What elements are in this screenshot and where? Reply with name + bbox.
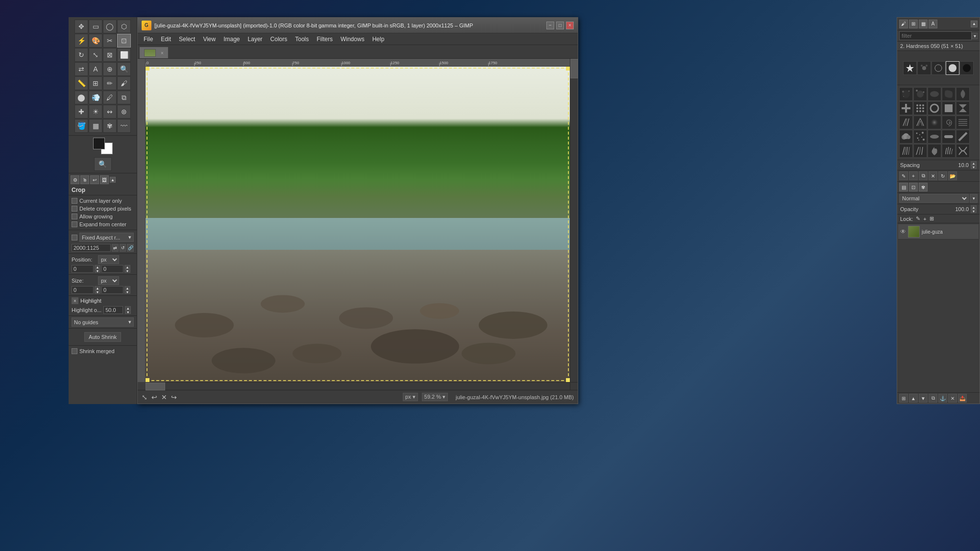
lock-position-icon[interactable]: + bbox=[923, 216, 926, 222]
brush-lines[interactable] bbox=[956, 116, 970, 129]
size-h-spinner[interactable]: ▲ ▼ bbox=[124, 286, 130, 294]
brush-preview-3[interactable] bbox=[931, 61, 945, 75]
foreground-color[interactable] bbox=[93, 138, 105, 149]
align-tool[interactable]: ⊞ bbox=[89, 76, 102, 90]
pencil-tool[interactable]: ✏ bbox=[103, 76, 117, 90]
layers-panel-icon[interactable]: ▤ bbox=[899, 183, 908, 192]
lock-all-icon[interactable]: ⊞ bbox=[930, 216, 934, 222]
brush-duplicate-icon[interactable]: ⧉ bbox=[919, 171, 928, 180]
panel-expand-btn[interactable]: ▲ bbox=[971, 21, 978, 27]
paintbrush-tool[interactable]: 🖌 bbox=[117, 76, 131, 90]
spacing-spinner[interactable]: ▲ ▼ bbox=[971, 161, 977, 169]
blend-tool[interactable]: ▦ bbox=[89, 119, 102, 133]
size-width-input[interactable] bbox=[72, 286, 94, 294]
brush-refresh-icon[interactable]: ↻ bbox=[938, 171, 947, 180]
redo-btn[interactable]: ↪ bbox=[171, 393, 177, 401]
ellipse-select-tool[interactable]: ◯ bbox=[103, 20, 117, 33]
fonts-panel-icon[interactable]: A bbox=[929, 20, 937, 28]
text-tool[interactable]: A bbox=[89, 62, 102, 76]
menu-filters[interactable]: Filters bbox=[313, 35, 337, 44]
fixed-aspect-dropdown[interactable]: Fixed Aspect r... ▾ bbox=[79, 233, 134, 242]
convolve-tool[interactable]: ⊛ bbox=[117, 105, 131, 119]
delete-layer-btn[interactable]: ✕ bbox=[948, 394, 957, 403]
v-scrollbar-thumb[interactable] bbox=[570, 59, 578, 78]
brush-cloud[interactable] bbox=[899, 130, 913, 144]
close-button[interactable]: × bbox=[566, 22, 574, 29]
brush-wire[interactable] bbox=[956, 144, 970, 158]
status-unit-selector[interactable]: px ▾ bbox=[403, 393, 418, 401]
allow-growing-checkbox[interactable] bbox=[72, 214, 77, 219]
brush-fuzzy[interactable] bbox=[928, 116, 941, 129]
position-y-spinner[interactable]: ▲ ▼ bbox=[124, 265, 130, 273]
brush-open-icon[interactable]: 📂 bbox=[948, 171, 957, 180]
fuzzy-select-tool[interactable]: ⚡ bbox=[74, 34, 88, 48]
brush-square[interactable] bbox=[942, 101, 956, 115]
tab-close[interactable]: × bbox=[161, 50, 164, 56]
patterns-panel-icon[interactable]: ⊞ bbox=[909, 20, 918, 28]
brush-spiral[interactable] bbox=[942, 116, 956, 129]
maximize-button[interactable]: □ bbox=[556, 22, 564, 29]
menu-windows[interactable]: Windows bbox=[337, 35, 368, 44]
smudge-tool[interactable]: ↭ bbox=[103, 105, 117, 119]
position-x-spinner[interactable]: ▲ ▼ bbox=[95, 265, 100, 273]
reset-aspect-btn[interactable]: ↺ bbox=[120, 244, 126, 252]
airbrush-tool[interactable]: 💨 bbox=[89, 91, 102, 104]
guides-dropdown[interactable]: No guides ▾ bbox=[72, 317, 134, 327]
brush-cross[interactable] bbox=[899, 101, 913, 115]
clone-tool[interactable]: ⧉ bbox=[117, 91, 131, 104]
vertical-scrollbar[interactable] bbox=[570, 59, 578, 382]
layer-mode-select[interactable]: Normal Multiply Screen bbox=[899, 194, 969, 203]
brush-preview-2[interactable] bbox=[917, 61, 931, 75]
brush-edit-icon[interactable]: ✎ bbox=[899, 171, 908, 180]
brush-ring[interactable] bbox=[928, 101, 941, 115]
menu-layer[interactable]: Layer bbox=[244, 35, 267, 44]
brush-grass[interactable] bbox=[942, 144, 956, 158]
brush-scatter[interactable] bbox=[913, 130, 927, 144]
menu-tools[interactable]: Tools bbox=[291, 35, 313, 44]
brush-dots[interactable] bbox=[913, 101, 927, 115]
filter-dropdown-btn[interactable]: ▾ bbox=[972, 33, 978, 39]
swap-aspect-btn[interactable]: ⇄ bbox=[112, 244, 119, 252]
expand-from-center-checkbox[interactable] bbox=[72, 221, 77, 227]
brush-wide[interactable] bbox=[942, 130, 956, 144]
brush-preview-1[interactable] bbox=[903, 61, 917, 75]
channels-panel-icon[interactable]: ⊡ bbox=[909, 183, 918, 192]
current-layer-only-checkbox[interactable] bbox=[72, 198, 77, 204]
brush-hourglass[interactable] bbox=[956, 101, 970, 115]
duplicate-layer-btn[interactable]: ⧉ bbox=[929, 394, 937, 403]
h-scrollbar-thumb[interactable] bbox=[146, 383, 165, 390]
menu-edit[interactable]: Edit bbox=[157, 35, 175, 44]
ink-tool[interactable]: 🖊 bbox=[103, 91, 117, 104]
heal-tool[interactable]: ✚ bbox=[74, 105, 88, 119]
rotate-tool[interactable]: ↻ bbox=[74, 48, 88, 62]
layer-item[interactable]: 👁 julie-guza bbox=[898, 224, 979, 240]
tool-options-icon[interactable]: ⚙ bbox=[71, 175, 79, 184]
brush-smear[interactable] bbox=[928, 130, 941, 144]
brush-new-icon[interactable]: + bbox=[909, 171, 918, 180]
anchor-layer-btn[interactable]: ⚓ bbox=[938, 394, 947, 403]
scale-tool[interactable]: ⤡ bbox=[89, 48, 102, 62]
menu-colors[interactable]: Colors bbox=[267, 35, 292, 44]
paths-tool[interactable]: ✾ bbox=[103, 119, 117, 133]
fixed-aspect-checkbox[interactable] bbox=[72, 235, 77, 240]
menu-image[interactable]: Image bbox=[220, 35, 244, 44]
brush-spatter-4[interactable] bbox=[942, 87, 956, 101]
filter-input[interactable] bbox=[899, 31, 972, 40]
canvas-viewport[interactable] bbox=[146, 67, 570, 382]
highlight-opacity-input[interactable] bbox=[103, 306, 123, 314]
brush-delete-icon[interactable]: ✕ bbox=[929, 171, 937, 180]
layer-down-btn[interactable]: ▼ bbox=[919, 394, 928, 403]
expand-panel[interactable]: ▲ bbox=[110, 177, 116, 183]
menu-view[interactable]: View bbox=[199, 35, 220, 44]
bucket-fill-tool[interactable]: 🪣 bbox=[74, 119, 88, 133]
cancel-btn[interactable]: ✕ bbox=[161, 393, 167, 401]
delete-cropped-pixels-checkbox[interactable] bbox=[72, 206, 77, 212]
opacity-spinner[interactable]: ▲ ▼ bbox=[125, 306, 131, 314]
dodge-burn-tool[interactable]: ☀ bbox=[89, 105, 102, 119]
brush-spatter-2[interactable] bbox=[913, 87, 927, 101]
brush-fur-2[interactable] bbox=[913, 116, 927, 129]
brush-spatter-1[interactable] bbox=[899, 87, 913, 101]
shrink-merged-checkbox[interactable] bbox=[72, 348, 77, 354]
scissors-select-tool[interactable]: ✂ bbox=[103, 34, 117, 48]
brush-leaf-1[interactable] bbox=[956, 87, 970, 101]
